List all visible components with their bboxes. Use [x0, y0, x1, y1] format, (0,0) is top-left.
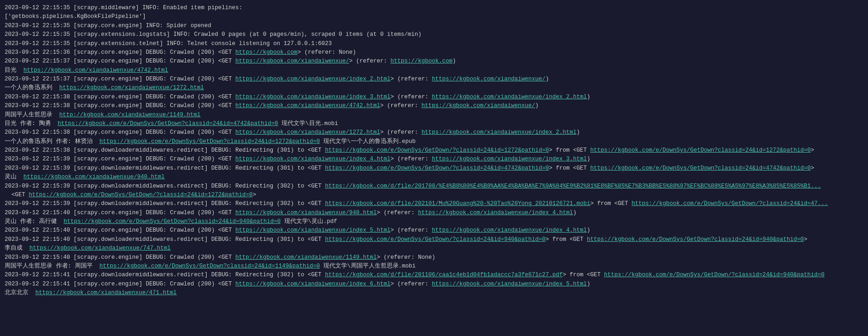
log-line: 2023-09-12 22:15:39 [scrapy.core.engine]… [5, 155, 863, 164]
log-link[interactable]: https://kgbook.com/xiandaiwenxue/index_2… [236, 76, 391, 82]
log-link[interactable]: https://kgbook.com/xiandaiwenxue/index_6… [236, 281, 391, 287]
log-link[interactable]: https://kgbook.com/e/DownSys/GetDown?cla… [58, 120, 278, 127]
log-text: 目光 [5, 67, 23, 74]
log-link[interactable]: https://kgbook.com/xiandaiwenxue/4742.ht… [236, 103, 380, 109]
log-link[interactable]: https://kgbook.com/e/DownSys/GetDown/?cl… [325, 165, 549, 171]
log-link[interactable]: https://kgbook.com/e/DownSys/GetDown/?cl… [325, 236, 546, 243]
log-text: 2023-09-12 22:15:35 [scrapy.extensions.l… [5, 31, 422, 38]
log-line: 2023-09-12 22:15:40 [scrapy.core.engine]… [5, 253, 863, 262]
log-link[interactable]: https://kgbook.com/e/DownSys/GetDown?cla… [100, 263, 320, 269]
log-text: 周国平人生哲思录 [5, 112, 59, 118]
log-text: 2023-09-12 22:15:39 [scrapy.downloadermi… [5, 165, 325, 171]
log-text: 2023-09-12 22:15:39 [scrapy.downloadermi… [5, 200, 325, 207]
log-text: 灵山 作者: 高行健 [5, 218, 64, 225]
log-link[interactable]: https://kgbook.com/e/DownSys/GetDown/?cl… [29, 192, 253, 198]
log-text: 2023-09-12 22:15:38 [scrapy.core.engine]… [5, 94, 236, 100]
log-link[interactable]: https://kgbook.com [236, 49, 298, 56]
log-reflink[interactable]: https://kgbook.com/xiandaiwenxue/index_2… [432, 94, 587, 100]
log-text: 灵山 [5, 174, 23, 180]
log-line: 2023-09-12 22:15:38 [scrapy.downloadermi… [5, 146, 863, 155]
log-link[interactable]: https://kgbook.com/e/DownSys/GetDown?cla… [64, 218, 281, 225]
log-text: 一个人的鲁迅系列 [5, 85, 59, 91]
log-line: 2023-09-12 22:15:36 [scrapy.core.engine]… [5, 48, 863, 57]
log-text: 2023-09-12 22:15:36 [scrapy.core.engine]… [5, 49, 236, 56]
log-link[interactable]: http://kgbook.com/xiandaiwenxue/1149.htm… [59, 112, 201, 118]
log-text: 2023-09-12 22:15:35 [scrapy.extensions.t… [5, 40, 332, 47]
log-link[interactable]: https://kgbook.com/xiandaiwenxue/471.htm… [35, 290, 177, 296]
log-link[interactable]: https://kgbook.com/xiandaiwenxue/1272.ht… [59, 85, 204, 91]
log-text: 目光 作者: 陶勇 [5, 120, 58, 127]
log-line: 2023-09-12 22:15:40 [scrapy.downloadermi… [5, 235, 863, 244]
log-line: 李自成 https://kgbook.com/xiandaiwenxue/747… [5, 244, 863, 253]
log-line: 2023-09-12 22:15:38 [scrapy.core.engine]… [5, 128, 863, 137]
log-link[interactable]: https://kgbook.com/d/file/202101/Mu%20Gu… [325, 200, 591, 207]
log-link[interactable]: https://kgbook.com/xiandaiwenxue/1272.ht… [236, 129, 380, 136]
log-reflink[interactable]: https://kgbook.com/xiandaiwenxue/ [432, 76, 546, 82]
log-text: 2023-09-12 22:15:38 [scrapy.downloadermi… [5, 147, 325, 154]
log-line: 2023-09-12 22:15:37 [scrapy.core.engine]… [5, 75, 863, 84]
log-reflink[interactable]: https://kgbook.com/xiandaiwenxue/index_5… [432, 281, 587, 287]
log-text: 周国平人生哲思录 作者: 周国平 [5, 263, 100, 269]
log-link[interactable]: https://kgbook.com/e/DownSys/GetDown/?cl… [325, 147, 549, 154]
log-reflink[interactable]: https://kgbook.com/e/DownSys/GetDown?cla… [587, 236, 804, 243]
log-reflink[interactable]: https://kgbook.com/xiandaiwenxue/index_4… [432, 227, 587, 233]
log-line: 周国平人生哲思录 作者: 周国平 https://kgbook.com/e/Do… [5, 262, 863, 271]
log-text: 2023-09-12 22:15:35 [scrapy.core.engine]… [5, 23, 211, 29]
log-reflink[interactable]: https://kgbook.com/xiandaiwenxue/index_4… [418, 210, 573, 216]
log-text: ['getbooks.pipelines.KgBookFilePipeline'… [5, 13, 146, 20]
log-line: 一个人的鲁迅系列 作者: 林贤治 https://kgbook.com/e/Do… [5, 137, 863, 146]
log-text: 2023-09-12 22:15:39 [scrapy.downloadermi… [5, 183, 325, 189]
log-link[interactable]: https://kgbook.com/xiandaiwenxue/index_5… [236, 227, 391, 233]
log-link[interactable]: https://kgbook.com/xiandaiwenxue/index_4… [236, 156, 391, 162]
log-line: 2023-09-12 22:15:40 [scrapy.core.engine]… [5, 209, 863, 217]
log-line: 北京北京 https://kgbook.com/xiandaiwenxue/47… [5, 289, 863, 297]
log-line: 灵山 https://kgbook.com/xiandaiwenxue/940.… [5, 173, 863, 182]
log-text: 2023-09-12 22:15:41 [scrapy.downloadermi… [5, 272, 325, 278]
log-link[interactable]: http://kgbook.com/xiandaiwenxue/1149.htm… [236, 254, 377, 261]
log-line: 2023-09-12 22:15:39 [scrapy.downloadermi… [5, 182, 863, 191]
log-line: <GET https://kgbook.com/e/DownSys/GetDow… [5, 191, 863, 199]
log-text: 李自成 [5, 245, 29, 251]
log-link[interactable]: https://kgbook.com/xiandaiwenxue/ [236, 58, 349, 64]
log-line: 2023-09-12 22:15:35 [scrapy.core.engine]… [5, 22, 863, 30]
log-link[interactable]: https://kgbook.com/d/file/201708/%E4%B8%… [325, 183, 821, 189]
log-reflink[interactable]: https://kgbook.com/e/DownSys/GetDown/?cl… [604, 272, 824, 278]
log-line: 2023-09-12 22:15:38 [scrapy.core.engine]… [5, 93, 863, 102]
log-line: 2023-09-12 22:15:37 [scrapy.core.engine]… [5, 57, 863, 66]
log-reflink[interactable]: https://kgbook.com/e/DownSys/GetDown?cla… [590, 165, 811, 171]
log-text: 2023-09-12 22:15:39 [scrapy.core.engine]… [5, 156, 236, 162]
log-link[interactable]: https://kgbook.com/xiandaiwenxue/940.htm… [23, 174, 165, 180]
log-link[interactable]: https://kgbook.com/xiandaiwenxue/747.htm… [29, 245, 171, 251]
log-reflink[interactable]: https://kgbook.com/xiandaiwenxue/index_3… [432, 156, 587, 162]
log-text: 2023-09-12 22:15:40 [scrapy.downloadermi… [5, 236, 325, 243]
log-reflink[interactable]: https://kgbook.com/xiandaiwenxue/ [422, 103, 535, 109]
log-text: 2023-09-12 22:15:40 [scrapy.core.engine]… [5, 227, 236, 233]
log-link[interactable]: https://kgbook.com/xiandaiwenxue/index_3… [236, 94, 391, 100]
log-link[interactable]: https://kgbook.com/e/DownSys/GetDown?cla… [100, 138, 320, 145]
log-line: 一个人的鲁迅系列 https://kgbook.com/xiandaiwenxu… [5, 84, 863, 92]
log-text: 2023-09-12 22:15:38 [scrapy.core.engine]… [5, 129, 236, 136]
log-reflink[interactable]: https://kgbook.com/e/DownSys/GetDown?cla… [590, 147, 811, 154]
log-text: 2023-09-12 22:15:40 [scrapy.core.engine]… [5, 210, 236, 216]
log-line: 目光 作者: 陶勇 https://kgbook.com/e/DownSys/G… [5, 120, 863, 128]
log-line: 2023-09-12 22:15:38 [scrapy.core.engine]… [5, 102, 863, 110]
log-text: 2023-09-12 22:15:37 [scrapy.core.engine]… [5, 76, 236, 82]
log-link[interactable]: https://kgbook.com/xiandaiwenxue/940.htm… [236, 210, 377, 216]
log-line: 2023-09-12 22:15:35 [scrapy.middleware] … [5, 4, 863, 12]
log-container: 2023-09-12 22:15:35 [scrapy.middleware] … [5, 4, 863, 297]
log-line: 灵山 作者: 高行健 https://kgbook.com/e/DownSys/… [5, 217, 863, 226]
log-line: 目光 https://kgbook.com/xiandaiwenxue/4742… [5, 66, 863, 75]
log-reflink[interactable]: https://kgbook.com/e/DownSys/GetDown/?cl… [631, 200, 828, 207]
log-line: 2023-09-12 22:15:41 [scrapy.downloadermi… [5, 271, 863, 279]
log-line: 周国平人生哲思录 http://kgbook.com/xiandaiwenxue… [5, 111, 863, 120]
log-text: 2023-09-12 22:15:38 [scrapy.core.engine]… [5, 103, 236, 109]
log-link[interactable]: https://kgbook.com/xiandaiwenxue/4742.ht… [23, 67, 168, 74]
log-reflink[interactable]: https://kgbook.com/xiandaiwenxue/index_2… [422, 129, 577, 136]
log-text: 2023-09-12 22:15:35 [scrapy.middleware] … [5, 5, 242, 11]
log-link[interactable]: https://kgbook.com/d/file/201106/caa1c4e… [325, 272, 563, 278]
log-text: 2023-09-12 22:15:40 [scrapy.core.engine]… [5, 254, 236, 261]
log-line: 2023-09-12 22:15:39 [scrapy.downloadermi… [5, 164, 863, 173]
log-text: 2023-09-12 22:15:41 [scrapy.core.engine]… [5, 281, 236, 287]
log-line: 2023-09-12 22:15:41 [scrapy.core.engine]… [5, 280, 863, 289]
log-reflink[interactable]: https://kgbook.com [390, 58, 452, 64]
